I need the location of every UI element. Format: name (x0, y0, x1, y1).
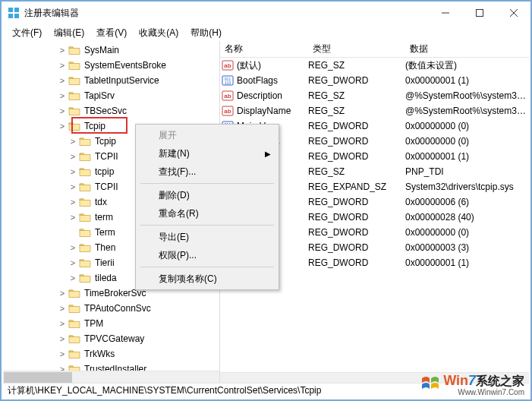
menu-favorites[interactable]: 收藏夹(A) (133, 25, 184, 41)
column-data[interactable]: 数据 (405, 43, 529, 55)
tree-expander-icon[interactable]: > (58, 346, 67, 362)
tree-expander-icon[interactable]: > (58, 362, 67, 371)
value-data: 0x00000001 (1) (405, 151, 529, 162)
ctx-permissions[interactable]: 权限(P)... (137, 246, 277, 264)
value-type: REG_DWORD (308, 257, 405, 268)
tree-item-label: term (93, 210, 115, 225)
svg-rect-1 (14, 8, 19, 12)
watermark-brand-cn: 系统之家 (476, 374, 524, 387)
folder-icon (68, 90, 80, 101)
ctx-rename[interactable]: 重命名(R) (137, 204, 277, 223)
scroll-thumb[interactable] (4, 372, 72, 383)
tree-item[interactable]: >SystemEventsBroke (3, 58, 219, 73)
window-title: 注册表编辑器 (24, 7, 428, 20)
tree-item[interactable]: >TabletInputService (3, 73, 219, 88)
list-row[interactable]: 011110BootFlagsREG_DWORD0x00000001 (1) (220, 73, 529, 88)
value-data: PNP_TDI (405, 166, 529, 177)
status-path: 计算机\HKEY_LOCAL_MACHINE\SYSTEM\CurrentCon… (8, 384, 321, 397)
context-menu: 展开 新建(N)▶ 查找(F)... 删除(D) 重命名(R) 导出(E) 权限… (135, 124, 279, 290)
menu-help[interactable]: 帮助(H) (184, 25, 228, 41)
ctx-expand[interactable]: 展开 (137, 126, 277, 144)
tree-expander-icon[interactable]: > (68, 210, 77, 225)
tree-item-label: TBSecSvc (83, 103, 128, 118)
tree-expander-icon[interactable]: > (68, 270, 77, 286)
value-data: @%SystemRoot%\system32\tc (405, 90, 529, 101)
tree-expander-icon[interactable]: > (68, 240, 77, 255)
value-type: REG_DWORD (308, 75, 405, 86)
maximize-button[interactable] (462, 2, 496, 24)
tree-expander-icon[interactable]: > (68, 164, 77, 179)
tree-expander-icon[interactable]: > (68, 255, 77, 270)
folder-icon (68, 349, 80, 359)
tree-item-label: Then (93, 240, 117, 255)
tree-expander-icon[interactable]: > (58, 88, 67, 103)
folder-icon (68, 45, 80, 55)
tree-expander-icon[interactable]: > (68, 194, 77, 210)
tree-item[interactable]: >TPVCGateway (3, 331, 219, 346)
tree-expander-icon[interactable]: > (58, 331, 67, 346)
svg-rect-3 (14, 14, 19, 18)
tree-item[interactable]: >TapiSrv (3, 88, 219, 103)
folder-icon (79, 257, 91, 268)
tree-expander-icon[interactable]: > (68, 134, 77, 149)
tree-expander-icon[interactable]: > (58, 58, 67, 73)
value-data: 0x00000028 (40) (405, 212, 529, 223)
tree-item-label: TPVCGateway (83, 331, 146, 346)
tree-item[interactable]: >TrkWks (3, 346, 219, 362)
tree-expander-icon[interactable]: > (58, 286, 67, 301)
close-button[interactable] (496, 2, 530, 24)
tree-expander-icon[interactable]: > (58, 118, 67, 134)
svg-rect-2 (8, 14, 13, 18)
tree-scroll-horizontal[interactable] (3, 371, 219, 383)
value-data: 0x00000000 (0) (405, 121, 529, 131)
list-row[interactable]: abDescriptionREG_SZ@%SystemRoot%\system3… (220, 88, 529, 103)
minimize-button[interactable] (428, 2, 462, 24)
value-type: REG_SZ (308, 90, 405, 101)
tree-item[interactable]: >SysMain (3, 43, 219, 58)
list-header: 名称 类型 数据 (220, 41, 529, 58)
tree-expander-icon[interactable]: > (68, 179, 77, 194)
tree-item[interactable]: >TBSecSvc (3, 103, 219, 118)
ctx-new[interactable]: 新建(N)▶ (137, 144, 277, 163)
folder-icon (68, 106, 80, 116)
tree-item-label: TrustedInstaller (83, 362, 148, 371)
ctx-find[interactable]: 查找(F)... (137, 163, 277, 181)
value-data: 0x00000000 (0) (405, 136, 529, 147)
watermark-url: Www.Winwin7.Com (443, 388, 524, 396)
tree-expander-icon[interactable]: > (68, 149, 77, 164)
tree-item[interactable]: >TPM (3, 316, 219, 331)
menu-edit[interactable]: 编辑(E) (48, 25, 90, 41)
value-data: 0x00000001 (1) (405, 75, 529, 86)
window-controls (428, 2, 530, 24)
tree-item-label: SystemEventsBroke (83, 58, 168, 73)
folder-icon (79, 151, 91, 162)
value-data: 0x00000003 (3) (405, 242, 529, 253)
column-name[interactable]: 名称 (220, 43, 308, 55)
tree-item[interactable]: >TrustedInstaller (3, 362, 219, 371)
watermark-brand1: Win (443, 373, 468, 388)
column-type[interactable]: 类型 (308, 43, 405, 55)
list-row[interactable]: abDisplayNameREG_SZ@%SystemRoot%\system3… (220, 103, 529, 118)
tree-item-label: Tierii (93, 255, 116, 270)
tree-item[interactable]: >TPAutoConnSvc (3, 301, 219, 316)
tree-expander-icon[interactable]: > (58, 316, 67, 331)
tree-item-label: tcpip (93, 164, 115, 179)
ctx-delete[interactable]: 删除(D) (137, 186, 277, 204)
tree-item-label: TCPII (93, 179, 120, 194)
tree-expander-icon[interactable]: > (58, 43, 67, 58)
svg-text:ab: ab (224, 108, 231, 115)
menu-view[interactable]: 查看(V) (90, 25, 133, 41)
list-row[interactable]: ab(默认)REG_SZ(数值未设置) (220, 58, 529, 73)
folder-icon (68, 288, 80, 298)
menu-file[interactable]: 文件(F) (6, 25, 48, 41)
string-value-icon: ab (222, 105, 234, 117)
tree-expander-icon[interactable]: > (58, 103, 67, 118)
ctx-export[interactable]: 导出(E) (137, 228, 277, 246)
folder-icon (68, 60, 80, 71)
ctx-separator (140, 225, 274, 226)
ctx-copy-key-name[interactable]: 复制项名称(C) (137, 270, 277, 288)
tree-expander-icon[interactable]: > (58, 301, 67, 316)
svg-text:110: 110 (225, 81, 231, 85)
tree-expander-icon[interactable]: > (58, 73, 67, 88)
svg-rect-0 (8, 8, 13, 12)
